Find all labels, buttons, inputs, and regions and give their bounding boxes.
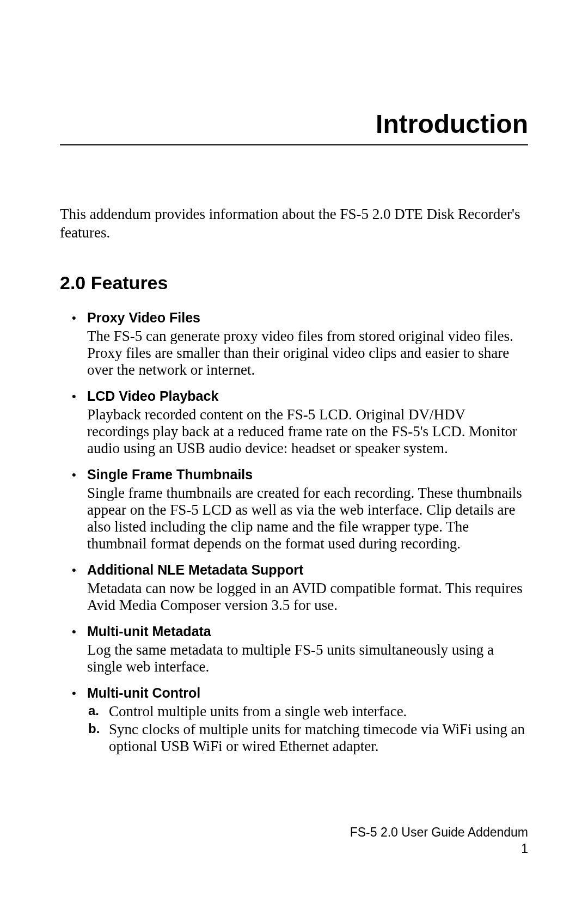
page-footer: FS-5 2.0 User Guide Addendum 1	[350, 825, 528, 857]
chapter-title: Introduction	[60, 109, 528, 145]
feature-item: Multi-unit Metadata Log the same metadat…	[87, 624, 528, 675]
feature-title: Additional NLE Metadata Support	[87, 562, 528, 578]
feature-title: Proxy Video Files	[87, 310, 528, 326]
feature-title: LCD Video Playback	[87, 388, 528, 404]
feature-body: Log the same metadata to multiple FS-5 u…	[87, 642, 494, 675]
sub-item: b. Sync clocks of multiple units for mat…	[109, 721, 528, 755]
sub-item-text: Sync clocks of multiple units for matchi…	[109, 721, 525, 754]
feature-item: Multi-unit Control a. Control multiple u…	[87, 685, 528, 755]
feature-title: Multi-unit Control	[87, 685, 528, 701]
page-content: Introduction This addendum provides info…	[0, 0, 588, 755]
feature-title: Single Frame Thumbnails	[87, 467, 528, 483]
footer-doc-title: FS-5 2.0 User Guide Addendum	[350, 825, 528, 841]
feature-item: Additional NLE Metadata Support Metadata…	[87, 562, 528, 614]
feature-body: The FS-5 can generate proxy video files …	[87, 328, 513, 378]
feature-title: Multi-unit Metadata	[87, 624, 528, 639]
footer-page-number: 1	[350, 841, 528, 857]
sub-list: a. Control multiple units from a single …	[87, 703, 528, 755]
sub-item-letter: a.	[88, 703, 99, 718]
sub-item: a. Control multiple units from a single …	[109, 703, 528, 720]
section-heading: 2.0 Features	[60, 272, 528, 294]
feature-item: Proxy Video Files The FS-5 can generate …	[87, 310, 528, 379]
sub-item-text: Control multiple units from a single web…	[109, 703, 407, 719]
feature-body: Single frame thumbnails are created for …	[87, 485, 522, 552]
feature-item: LCD Video Playback Playback recorded con…	[87, 388, 528, 457]
feature-body: Metadata can now be logged in an AVID co…	[87, 580, 523, 613]
feature-body: Playback recorded content on the FS-5 LC…	[87, 406, 517, 456]
feature-list: Proxy Video Files The FS-5 can generate …	[60, 310, 528, 755]
sub-item-letter: b.	[88, 721, 100, 736]
intro-paragraph: This addendum provides information about…	[60, 205, 528, 242]
feature-item: Single Frame Thumbnails Single frame thu…	[87, 467, 528, 552]
